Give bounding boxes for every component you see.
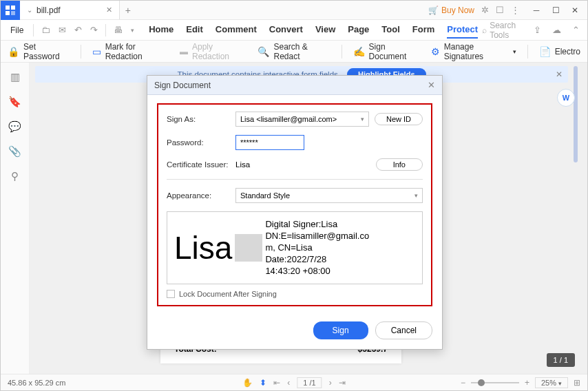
gift-icon[interactable]: ✲ xyxy=(481,5,489,15)
separator xyxy=(527,45,528,59)
thumbnails-icon[interactable]: ▥ xyxy=(10,71,20,83)
chevron-down-icon: ▾ xyxy=(513,48,516,55)
undo-icon[interactable]: ↶ xyxy=(72,25,84,35)
tab-view[interactable]: View xyxy=(315,21,335,39)
collapse-icon[interactable]: ⌃ xyxy=(570,25,582,35)
sign-document-dialog: Sign Document ✕ Sign As: Lisa <lisamille… xyxy=(147,75,443,350)
sign-as-value: Lisa <lisamiller@gmail.com> xyxy=(240,115,337,123)
prev-page-icon[interactable]: ‹ xyxy=(287,378,290,388)
titlebar: ⌄ bill.pdf ✕ + 🛒 Buy Now ✲ ☐ ⋮ ─ ☐ ✕ xyxy=(1,1,587,20)
print-icon[interactable]: 🖶 xyxy=(112,25,125,35)
info-button[interactable]: Info xyxy=(376,158,423,171)
apply-redaction-label: Apply Redaction xyxy=(192,42,246,61)
apply-redaction-button: ▬ Apply Redaction xyxy=(180,42,246,61)
minimize-button[interactable]: ─ xyxy=(527,2,546,19)
word-export-button[interactable]: W xyxy=(557,89,575,107)
document-tab[interactable]: ⌄ bill.pdf ✕ xyxy=(20,1,120,19)
select-tool-icon[interactable]: ⬍ xyxy=(260,378,266,388)
separator xyxy=(105,24,106,36)
last-page-icon[interactable]: ⇥ xyxy=(339,378,346,388)
share-icon[interactable]: ⇪ xyxy=(532,25,543,35)
search-redact-icon: 🔍 xyxy=(258,46,269,57)
search-redact-button[interactable]: 🔍 Search & Redact xyxy=(258,42,330,61)
buy-now-link[interactable]: 🛒 Buy Now xyxy=(428,6,474,15)
open-icon[interactable]: 🗀 xyxy=(39,25,52,35)
preview-date: Date:2022/7/28 xyxy=(265,254,369,266)
mark-redaction-icon: ▭ xyxy=(92,46,101,57)
password-input[interactable] xyxy=(235,135,304,150)
tab-tool[interactable]: Tool xyxy=(381,21,399,39)
file-menu[interactable]: File xyxy=(6,25,28,35)
tab-protect[interactable]: Protect xyxy=(447,21,478,39)
manage-signatures-label: Manage Signatures xyxy=(444,42,509,61)
appearance-select[interactable]: Standard Style ▾ xyxy=(235,188,423,203)
tab-comment[interactable]: Comment xyxy=(216,21,257,39)
mail-icon[interactable]: ✉ xyxy=(56,25,68,35)
zoom-slider[interactable] xyxy=(471,382,519,383)
tab-close-icon[interactable]: ✕ xyxy=(106,6,112,14)
notification-icon[interactable]: ☐ xyxy=(496,5,504,15)
mark-redaction-button[interactable]: ▭ Mark for Redaction xyxy=(92,42,169,61)
search-tools-label: Search Tools xyxy=(490,21,525,40)
certificate-issuer-label: Certificate Issuer: xyxy=(167,160,235,169)
search-tools[interactable]: ⌕ Search Tools xyxy=(482,21,525,40)
more-icon[interactable]: ⋮ xyxy=(511,5,520,15)
password-label: Password: xyxy=(167,138,235,147)
bookmark-icon[interactable]: 🔖 xyxy=(8,96,21,108)
zoom-out-icon[interactable]: − xyxy=(461,378,465,388)
sign-as-select[interactable]: Lisa <lisamiller@gmail.com> ▾ xyxy=(235,112,369,127)
electro-button[interactable]: 📄 Electro xyxy=(539,46,580,57)
cancel-button[interactable]: Cancel xyxy=(375,321,432,339)
manage-signatures-button[interactable]: ⚙ Manage Signatures ▾ xyxy=(431,42,516,61)
appearance-value: Standard Style xyxy=(240,191,290,200)
left-pane: ▥ 🔖 💬 📎 ⚲ xyxy=(1,63,30,374)
zoom-value[interactable]: 25% ▾ xyxy=(535,377,568,388)
attachment-icon[interactable]: 📎 xyxy=(8,145,21,158)
sign-button[interactable]: Sign xyxy=(313,321,368,339)
sign-document-button[interactable]: ✍ Sign Document xyxy=(353,42,420,61)
tab-form[interactable]: Form xyxy=(412,21,435,39)
fit-page-icon[interactable]: ⊞ xyxy=(574,378,580,388)
add-tab-button[interactable]: + xyxy=(120,5,136,16)
sign-icon: ✍ xyxy=(353,46,365,57)
word-icon: W xyxy=(563,94,569,102)
preview-thumbnail xyxy=(235,234,262,262)
banner-close-icon[interactable]: ✕ xyxy=(556,70,563,79)
first-page-icon[interactable]: ⇤ xyxy=(273,378,280,388)
signature-details: Digital Signer:Lisa DN:E=lisamiller@gmai… xyxy=(265,219,369,277)
tab-home[interactable]: Home xyxy=(149,21,174,39)
maximize-button[interactable]: ☐ xyxy=(546,2,565,19)
close-window-button[interactable]: ✕ xyxy=(565,2,585,19)
lock-document-checkbox[interactable] xyxy=(167,290,175,298)
search-pane-icon[interactable]: ⚲ xyxy=(11,170,19,182)
cloud-icon[interactable]: ☁ xyxy=(550,25,563,35)
sign-document-label: Sign Document xyxy=(369,42,420,61)
tab-convert[interactable]: Convert xyxy=(269,21,303,39)
dialog-title: Sign Document xyxy=(154,81,211,90)
certificate-issuer-value: Lisa xyxy=(235,160,250,169)
comment-icon[interactable]: 💬 xyxy=(8,120,21,133)
mark-redaction-label: Mark for Redaction xyxy=(105,42,169,61)
redo-icon[interactable]: ↷ xyxy=(88,25,100,35)
dialog-titlebar: Sign Document ✕ xyxy=(147,76,442,95)
set-password-label: Set Password xyxy=(23,42,70,61)
page-number-input[interactable]: 1 /1 xyxy=(297,377,322,388)
electro-icon: 📄 xyxy=(539,46,551,57)
svg-rect-0 xyxy=(6,6,10,10)
tab-edit[interactable]: Edit xyxy=(186,21,203,39)
vertical-scrollbar[interactable] xyxy=(574,66,578,162)
set-password-button[interactable]: 🔒 Set Password xyxy=(8,42,70,61)
app-icon[interactable] xyxy=(1,1,20,20)
hand-tool-icon[interactable]: ✋ xyxy=(242,378,253,388)
sign-as-label: Sign As: xyxy=(167,115,235,123)
zoom-in-icon[interactable]: + xyxy=(525,378,529,388)
chevron-down-icon[interactable]: ▾ xyxy=(129,27,136,34)
appearance-label: Appearance: xyxy=(167,191,235,200)
new-id-button[interactable]: New ID xyxy=(375,113,423,125)
search-redact-label: Search & Redact xyxy=(273,42,330,61)
next-page-icon[interactable]: › xyxy=(329,378,332,388)
tab-page[interactable]: Page xyxy=(348,21,369,39)
separator xyxy=(33,24,34,36)
statusbar: 45.86 x 95.29 cm ✋ ⬍ ⇤ ‹ 1 /1 › ⇥ − + 25… xyxy=(1,374,587,390)
dialog-close-button[interactable]: ✕ xyxy=(428,80,435,90)
